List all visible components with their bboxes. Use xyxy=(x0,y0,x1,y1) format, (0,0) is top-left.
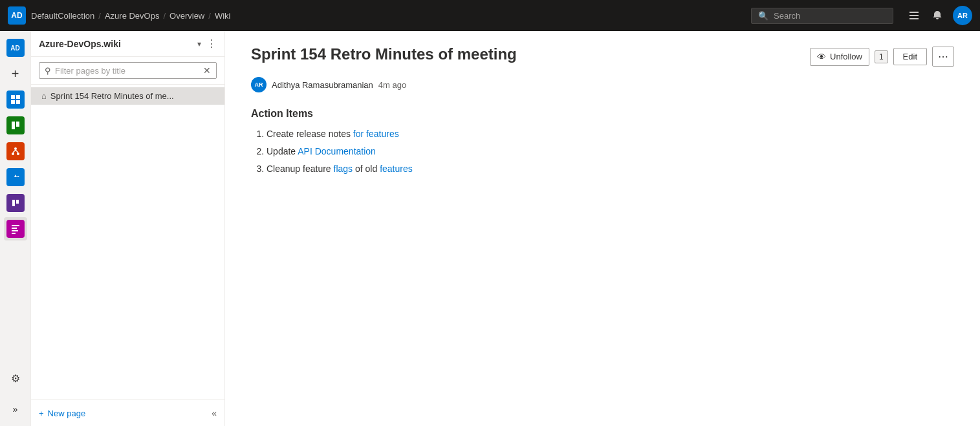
wiki-panel: Azure-DevOps.wiki ▾ ⋮ ⚲ ✕ ⌂ Sprint 154 R… xyxy=(31,31,225,426)
search-box: 🔍 xyxy=(751,8,893,24)
user-icon-initials: AD xyxy=(10,45,19,52)
list-item: Cleanup feature flags of old features xyxy=(267,162,954,176)
chevron-down-icon: ▾ xyxy=(197,39,201,48)
action-item-3-link2[interactable]: features xyxy=(380,164,413,174)
new-page-label: New page xyxy=(48,409,86,418)
svg-rect-4 xyxy=(16,95,20,99)
breadcrumb-wiki[interactable]: Wiki xyxy=(215,11,231,21)
wiki-dropdown-button[interactable]: ▾ xyxy=(197,39,201,48)
svg-line-12 xyxy=(13,150,16,153)
section-heading: Action Items xyxy=(251,108,954,120)
new-page-button[interactable]: + New page xyxy=(39,409,85,418)
sidebar-icons: AD + xyxy=(0,31,31,426)
more-options-button[interactable]: ⋯ xyxy=(932,47,954,67)
home-icon: ⌂ xyxy=(41,91,47,101)
main-container: AD + xyxy=(0,31,980,426)
logo-text: AD xyxy=(11,11,22,20)
wiki-icon[interactable] xyxy=(4,217,27,240)
svg-rect-3 xyxy=(11,95,15,99)
author-row: AR Adithya Ramasubramanian 4m ago xyxy=(251,77,954,92)
breadcrumb-sep-2: / xyxy=(163,11,166,21)
app-logo[interactable]: AD xyxy=(8,6,26,25)
gear-icon: ⚙ xyxy=(11,372,20,385)
wiki-more-button[interactable]: ⋮ xyxy=(206,37,217,50)
action-item-1-prefix: Create release notes xyxy=(267,129,353,139)
list-icon[interactable] xyxy=(906,8,922,23)
filter-input-wrap: ⚲ ✕ xyxy=(39,62,217,79)
more-icon: ⋯ xyxy=(938,51,948,62)
collapse-sidebar-icon[interactable]: » xyxy=(4,398,27,421)
breadcrumb-defaultcollection[interactable]: DefaultCollection xyxy=(31,11,94,21)
action-items-list: Create release notes for features Update… xyxy=(267,127,954,176)
content-actions: 👁 Unfollow 1 Edit ⋯ xyxy=(810,47,954,67)
svg-rect-17 xyxy=(12,233,16,234)
unfollow-button[interactable]: 👁 Unfollow xyxy=(810,48,869,66)
svg-rect-16 xyxy=(12,230,18,231)
breadcrumb-azuredevops[interactable]: Azure DevOps xyxy=(105,11,160,21)
chevron-left-icon: » xyxy=(13,404,18,414)
author-initials: AR xyxy=(255,81,263,88)
svg-rect-8 xyxy=(16,122,19,127)
breadcrumb: DefaultCollection / Azure DevOps / Overv… xyxy=(31,11,230,21)
action-item-3-middle: of old xyxy=(353,164,380,174)
boards-icon[interactable] xyxy=(4,114,27,137)
author-time: 4m ago xyxy=(378,80,406,90)
svg-point-11 xyxy=(17,153,19,155)
svg-rect-0 xyxy=(909,12,919,13)
filter-row: ⚲ ✕ xyxy=(31,57,224,85)
action-item-2-link[interactable]: API Documentation xyxy=(298,146,376,156)
action-item-3-link1[interactable]: flags xyxy=(334,164,353,174)
notification-icon[interactable] xyxy=(930,8,945,23)
filter-clear-button[interactable]: ✕ xyxy=(203,65,211,76)
user-initials: AR xyxy=(957,12,968,19)
wiki-panel-footer: + New page « xyxy=(31,399,224,426)
wiki-title: Azure-DevOps.wiki xyxy=(39,39,192,49)
settings-icon[interactable]: ⚙ xyxy=(4,367,27,390)
svg-rect-14 xyxy=(12,225,19,226)
unfollow-count: 1 xyxy=(875,50,888,63)
svg-rect-15 xyxy=(12,228,17,229)
collapse-panel-button[interactable]: « xyxy=(212,408,217,418)
wiki-panel-header: Azure-DevOps.wiki ▾ ⋮ xyxy=(31,31,224,57)
user-org-icon[interactable]: AD xyxy=(4,36,27,59)
unfollow-icon: 👁 xyxy=(817,52,826,62)
overview-icon[interactable] xyxy=(4,88,27,111)
repos-icon[interactable] xyxy=(4,140,27,163)
page-title: Sprint 154 Retro Minutes of meeting xyxy=(251,44,517,64)
svg-point-10 xyxy=(12,153,14,155)
author-avatar: AR xyxy=(251,77,267,92)
nav-icons: AR xyxy=(906,6,972,25)
search-input[interactable] xyxy=(774,11,886,21)
breadcrumb-sep-1: / xyxy=(98,11,101,21)
pipelines-icon[interactable] xyxy=(4,165,27,189)
testplans-icon[interactable] xyxy=(4,191,27,215)
list-item: Update API Documentation xyxy=(267,145,954,158)
author-name: Adithya Ramasubramanian xyxy=(272,80,373,90)
breadcrumb-sep-3: / xyxy=(208,11,211,21)
top-navigation: AD DefaultCollection / Azure DevOps / Ov… xyxy=(0,0,980,31)
collapse-icon: « xyxy=(212,408,217,418)
svg-point-9 xyxy=(14,147,17,150)
svg-rect-2 xyxy=(909,18,919,19)
edit-label: Edit xyxy=(903,52,917,61)
add-button[interactable]: + xyxy=(4,62,27,85)
wiki-tree-item[interactable]: ⌂ Sprint 154 Retro Minutes of me... xyxy=(31,87,224,105)
svg-line-13 xyxy=(16,150,18,153)
svg-rect-1 xyxy=(909,15,919,16)
svg-rect-5 xyxy=(11,100,15,104)
edit-button[interactable]: Edit xyxy=(893,48,927,65)
list-item: Create release notes for features xyxy=(267,127,954,141)
user-avatar[interactable]: AR xyxy=(953,6,972,25)
wiki-tree: ⌂ Sprint 154 Retro Minutes of me... xyxy=(31,85,224,399)
svg-rect-6 xyxy=(16,100,20,104)
ellipsis-icon: ⋮ xyxy=(206,37,217,50)
plus-icon: + xyxy=(39,409,44,418)
action-item-1-link[interactable]: for features xyxy=(353,129,399,139)
action-item-2-prefix: Update xyxy=(267,146,298,156)
wiki-page-label: Sprint 154 Retro Minutes of me... xyxy=(50,91,217,101)
filter-pages-input[interactable] xyxy=(55,66,199,76)
breadcrumb-overview[interactable]: Overview xyxy=(169,11,204,21)
svg-rect-7 xyxy=(12,122,15,129)
action-item-3-prefix: Cleanup feature xyxy=(267,164,334,174)
content-header: Sprint 154 Retro Minutes of meeting 👁 Un… xyxy=(251,44,954,67)
